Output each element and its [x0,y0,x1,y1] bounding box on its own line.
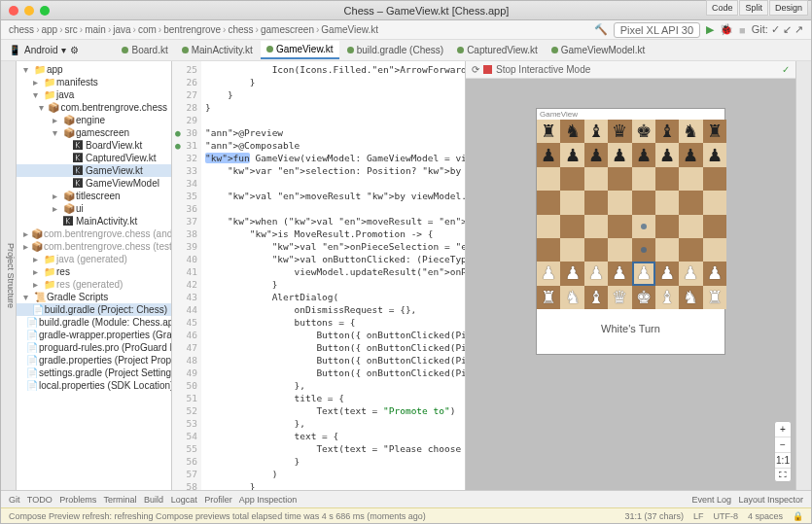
square-2-7[interactable] [703,167,726,191]
tree-node[interactable]: 📄proguard-rules.pro (ProGuard Rules for … [17,341,171,354]
bb-piece[interactable]: ♝ [659,122,675,140]
square-1-5[interactable]: ♟ [655,143,679,166]
square-7-7[interactable]: ♜ [703,286,726,309]
preview-frame[interactable]: GameView ♜♞♝♛♚♝♞♜♟♟♟♟♟♟♟♟♟♟♟♟♟♟♟♟♜♞♝♛♚♝♞… [536,108,725,355]
bp-piece[interactable]: ♟ [612,147,627,164]
tree-node[interactable]: 🅺MainActivity.kt [17,215,171,227]
editor-tab[interactable]: GameView.kt [261,41,339,59]
square-5-0[interactable] [537,238,560,262]
square-6-1[interactable]: ♟ [560,262,583,285]
square-4-1[interactable] [560,215,583,238]
square-7-2[interactable]: ♝ [584,286,608,309]
square-6-2[interactable]: ♟ [584,262,608,285]
square-0-7[interactable]: ♜ [703,120,726,143]
wp-piece[interactable]: ♟ [565,264,581,282]
square-4-0[interactable] [537,215,560,238]
refresh-icon[interactable]: ⟳ [472,64,479,75]
tree-node[interactable]: 📄gradle.properties (Project Properties) [17,354,171,367]
br-piece[interactable]: ♜ [707,122,723,140]
square-6-6[interactable]: ♟ [679,262,702,285]
traffic-lights[interactable] [9,6,50,16]
square-6-5[interactable]: ♟ [655,262,679,285]
breadcrumb-item[interactable]: bentrengrove [163,24,221,35]
tree-node[interactable]: 🅺GameViewModel [17,177,171,190]
tool-tab[interactable]: Event Log [691,495,731,505]
square-0-4[interactable]: ♚ [632,120,655,143]
code-editor[interactable]: Icon(Icons.Filled."en">ArrowForward, con… [201,61,465,490]
square-1-4[interactable]: ♟ [632,143,655,166]
git-icon[interactable]: Git: ✓ ↙ ↗ [752,23,803,36]
breadcrumb-item[interactable]: app [41,24,57,35]
wp-piece[interactable]: ♟ [541,264,556,282]
square-3-3[interactable] [608,191,631,214]
square-2-5[interactable] [655,167,679,191]
square-3-7[interactable] [703,191,726,214]
wq-piece[interactable]: ♛ [612,289,627,306]
square-6-0[interactable]: ♟ [537,262,560,285]
square-6-7[interactable]: ♟ [703,262,726,285]
square-3-5[interactable] [655,191,679,214]
square-4-2[interactable] [584,215,608,238]
breadcrumb-item[interactable]: chess [9,24,34,35]
square-2-1[interactable] [560,167,583,191]
square-1-0[interactable]: ♟ [537,143,560,166]
tree-node[interactable]: ▸📁manifests [17,76,171,88]
wp-piece[interactable]: ♟ [707,264,723,282]
tool-tab[interactable]: Git [9,495,20,505]
editor-tab[interactable]: MainActivity.kt [176,42,259,58]
square-0-1[interactable]: ♞ [560,120,583,143]
tree-node[interactable]: ▾📁app [17,63,171,76]
wn-piece[interactable]: ♞ [565,289,581,306]
tree-node[interactable]: 📄gradle-wrapper.properties (Gradle Versi… [17,329,171,341]
stop-square-icon[interactable] [483,65,492,74]
tool-tab[interactable]: Profiler [204,495,232,505]
tool-tab[interactable]: Build [144,495,163,505]
run-icon[interactable]: ▶ [706,23,714,36]
tool-tab[interactable]: Terminal [104,495,137,505]
square-7-5[interactable]: ♝ [655,286,679,309]
chess-board[interactable]: ♜♞♝♛♚♝♞♜♟♟♟♟♟♟♟♟♟♟♟♟♟♟♟♟♜♞♝♛♚♝♞♜ [537,120,726,309]
tree-node[interactable]: ▸📦titlescreen [17,190,171,202]
left-gutter-tabs[interactable]: Project Structure [1,61,17,490]
device-selector[interactable]: Pixel XL API 30 [614,22,700,38]
move-dot-icon[interactable] [641,224,647,229]
square-4-5[interactable] [655,215,679,238]
hammer-icon[interactable]: 🔨 [594,23,608,36]
bp-piece[interactable]: ♟ [707,147,723,164]
wp-piece[interactable]: ♟ [612,264,627,282]
square-3-1[interactable] [560,191,583,214]
wk-piece[interactable]: ♚ [636,289,652,306]
square-5-5[interactable] [655,238,679,262]
square-1-1[interactable]: ♟ [560,143,583,166]
tree-node[interactable]: ▾📜Gradle Scripts [17,291,171,303]
square-0-6[interactable]: ♞ [679,120,702,143]
tool-tab[interactable]: TODO [27,495,53,505]
square-5-7[interactable] [703,238,726,262]
editor-tab[interactable]: Board.kt [116,42,173,58]
wp-piece[interactable]: ♟ [588,264,604,282]
tree-node[interactable]: 📄settings.gradle (Project Settings) [17,367,171,379]
tree-node[interactable]: 📄local.properties (SDK Location) [17,379,171,392]
wn-piece[interactable]: ♞ [683,289,698,306]
project-tree[interactable]: ▾📁app▸📁manifests▾📁java▾📦com.bentrengrove… [17,61,172,490]
tree-node[interactable]: 📄build.gradle (Project: Chess) [17,303,171,316]
tree-node[interactable]: 🅺BoardView.kt [17,139,171,152]
square-3-0[interactable] [537,191,560,214]
bottom-tool-bar[interactable]: Git TODO Problems Terminal Build Logcat … [1,490,811,507]
tree-node[interactable]: ▸📦ui [17,202,171,215]
square-7-1[interactable]: ♞ [560,286,583,309]
square-5-4[interactable] [632,238,655,262]
square-4-6[interactable] [679,215,702,238]
square-1-6[interactable]: ♟ [679,143,702,166]
wp-piece[interactable]: ♟ [659,264,675,282]
tool-tab[interactable]: Logcat [171,495,197,505]
editor-tab[interactable]: build.gradle (Chess) [341,42,450,58]
bn-piece[interactable]: ♞ [683,122,698,140]
bp-piece[interactable]: ♟ [541,147,556,164]
tree-node[interactable]: ▸📦com.bentrengrove.chess (test) [17,240,171,253]
tree-node[interactable]: ▸📁res (generated) [17,278,171,291]
square-7-6[interactable]: ♞ [679,286,702,309]
wr-piece[interactable]: ♜ [541,289,556,306]
tool-tab[interactable]: Problems [59,495,96,505]
view-mode-split[interactable]: Split [739,0,768,16]
